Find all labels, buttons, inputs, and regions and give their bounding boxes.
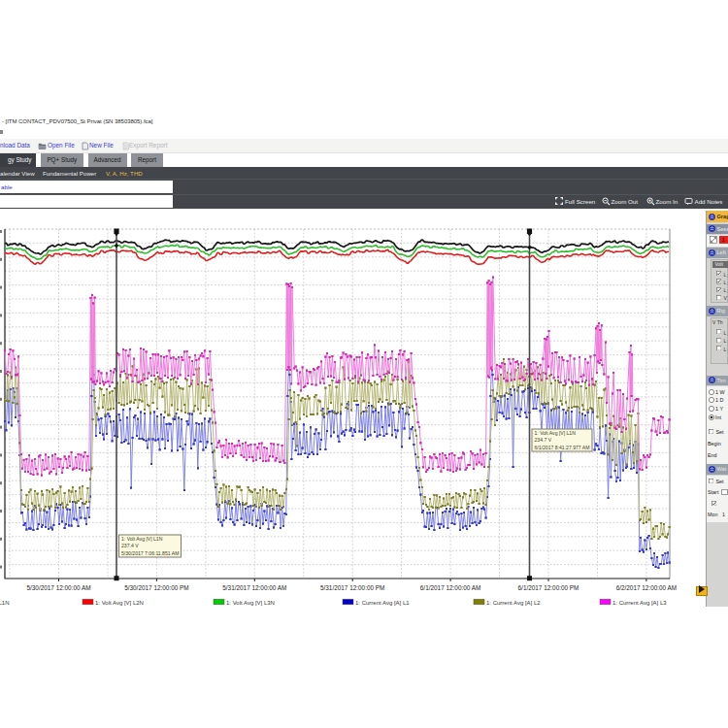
svg-text:5/30/2017 7:06:11.851 AM: 5/30/2017 7:06:11.851 AM [121, 550, 179, 556]
svg-text:1: Current Avg [A] L1: 1: Current Avg [A] L1 [355, 600, 410, 606]
svg-text:6/1/2017 8:41:27.977 AM: 6/1/2017 8:41:27.977 AM [535, 445, 590, 450]
svg-text:5/31/2017 12:00:00 PM: 5/31/2017 12:00:00 PM [320, 584, 384, 591]
svg-text:237.4 V: 237.4 V [121, 543, 139, 548]
svg-text:6/1/2017 12:00:00 AM: 6/1/2017 12:00:00 AM [420, 584, 481, 591]
svg-text:6/1/2017 12:00:00 PM: 6/1/2017 12:00:00 PM [518, 584, 579, 591]
svg-text:1: Current Avg [A] L3: 1: Current Avg [A] L3 [612, 600, 667, 606]
svg-text:1: Current Avg [A] L2: 1: Current Avg [A] L2 [486, 600, 541, 606]
svg-text:1: Volt Avg [V] L1N: 1: Volt Avg [V] L1N [121, 536, 163, 542]
svg-text:1: Volt Avg [V] L1N: 1: Volt Avg [V] L1N [535, 430, 577, 436]
svg-text:5/30/2017 12:00:00 AM: 5/30/2017 12:00:00 AM [26, 584, 90, 591]
svg-text:6/2/2017 12:00:00 AM: 6/2/2017 12:00:00 AM [616, 584, 678, 591]
svg-text:L1N: L1N [0, 600, 10, 606]
svg-text:234.7 V: 234.7 V [535, 437, 552, 443]
svg-text:1: Volt Avg [V] L3N: 1: Volt Avg [V] L3N [226, 600, 275, 606]
svg-text:5/30/2017 12:00:00 PM: 5/30/2017 12:00:00 PM [124, 584, 188, 591]
svg-text:5/31/2017 12:00:00 AM: 5/31/2017 12:00:00 AM [222, 584, 286, 591]
svg-text:1: Volt Avg [V] L2N: 1: Volt Avg [V] L2N [95, 600, 144, 606]
